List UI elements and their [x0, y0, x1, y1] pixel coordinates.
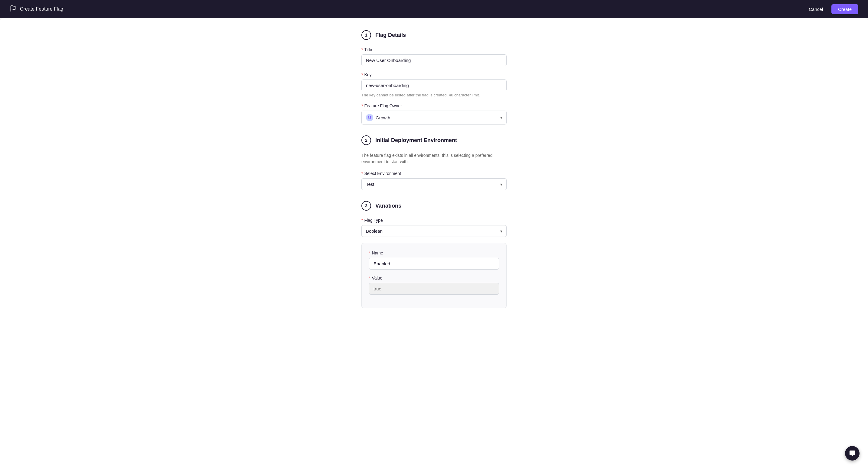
topbar: Create Feature Flag Cancel Create [0, 0, 868, 18]
create-button[interactable]: Create [831, 4, 858, 14]
step1-section: 1 Flag Details * Title * Key The key [362, 30, 506, 125]
variation-value-field-group: * Value [369, 276, 499, 295]
step1-circle: 1 [362, 30, 371, 40]
env-chevron-icon: ▾ [500, 182, 502, 187]
flag-icon [10, 5, 16, 13]
flag-type-value: Boolean [366, 229, 382, 234]
step3-section: 3 Variations * Flag Type Boolean ▾ [362, 201, 506, 308]
topbar-left: Create Feature Flag [10, 5, 63, 13]
variation-name-field-group: * Name [369, 250, 499, 270]
variation-card: * Name * Value [362, 243, 506, 308]
title-label: * Title [362, 47, 506, 52]
form-container: 1 Flag Details * Title * Key The key [355, 30, 513, 308]
chat-button[interactable] [845, 446, 860, 461]
step3-header: 3 Variations [362, 201, 506, 211]
var-value-required-star: * [369, 276, 371, 280]
step2-circle: 2 [362, 135, 371, 145]
page-title: Create Feature Flag [20, 6, 63, 12]
title-input[interactable] [362, 55, 506, 66]
title-required-star: * [362, 47, 363, 52]
title-field-group: * Title [362, 47, 506, 66]
owner-avatar [366, 114, 373, 121]
environment-label: * Select Environment [362, 171, 506, 176]
step3-title: Variations [375, 203, 401, 209]
owner-label: * Feature Flag Owner [362, 103, 506, 108]
env-required-star: * [362, 171, 363, 176]
environment-select[interactable]: Test ▾ [362, 178, 506, 190]
environment-select-wrapper: Test ▾ [362, 178, 506, 190]
step3-circle: 3 [362, 201, 371, 211]
flag-type-chevron-icon: ▾ [500, 229, 502, 234]
step1-header: 1 Flag Details [362, 30, 506, 40]
environment-field-group: * Select Environment Test ▾ [362, 171, 506, 190]
cancel-button[interactable]: Cancel [804, 4, 828, 14]
owner-field-group: * Feature Flag Owner [362, 103, 506, 125]
environment-value: Test [366, 181, 374, 187]
key-hint: The key cannot be edited after the flag … [362, 93, 506, 97]
flag-type-select[interactable]: Boolean ▾ [362, 225, 506, 237]
step2-title: Initial Deployment Environment [375, 137, 457, 143]
owner-chevron-icon: ▾ [500, 115, 502, 120]
owner-required-star: * [362, 103, 363, 108]
step1-title: Flag Details [375, 32, 406, 38]
key-input[interactable] [362, 79, 506, 91]
flag-type-field-group: * Flag Type Boolean ▾ [362, 218, 506, 237]
variation-value-label: * Value [369, 276, 499, 280]
variation-name-input[interactable] [369, 258, 499, 270]
owner-select-wrapper: Growth ▾ [362, 111, 506, 125]
owner-select[interactable]: Growth ▾ [362, 111, 506, 125]
svg-point-5 [369, 117, 371, 119]
flag-type-label: * Flag Type [362, 218, 506, 223]
key-required-star: * [362, 72, 363, 77]
step2-section: 2 Initial Deployment Environment The fea… [362, 135, 506, 190]
key-field-group: * Key The key cannot be edited after the… [362, 72, 506, 97]
variation-name-label: * Name [369, 250, 499, 255]
variation-value-input[interactable] [369, 283, 499, 295]
flag-type-select-wrapper: Boolean ▾ [362, 225, 506, 237]
owner-value: Growth [376, 115, 390, 120]
key-label: * Key [362, 72, 506, 77]
step2-description: The feature flag exists in all environme… [362, 152, 506, 165]
main-content: 1 Flag Details * Title * Key The key [0, 18, 868, 469]
flag-type-required-star: * [362, 218, 363, 223]
var-name-required-star: * [369, 250, 371, 255]
topbar-actions: Cancel Create [804, 4, 858, 14]
step2-header: 2 Initial Deployment Environment [362, 135, 506, 145]
